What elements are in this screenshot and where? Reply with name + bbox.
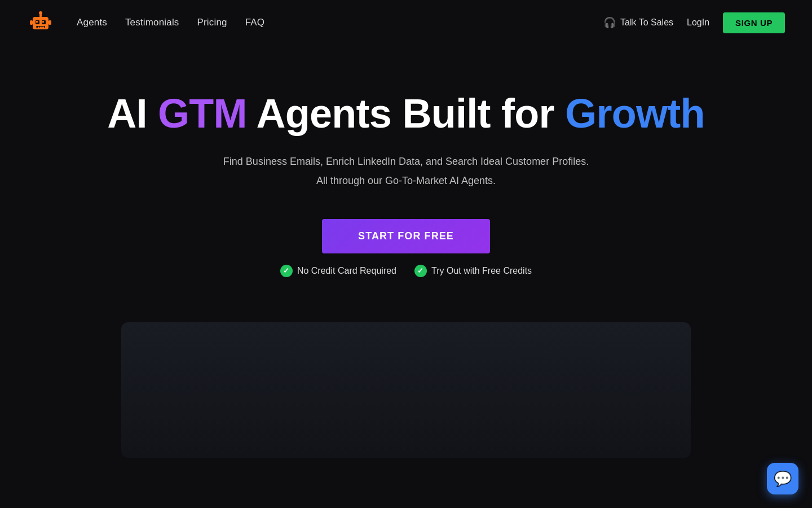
title-agents: Agents Built for [247, 91, 565, 136]
chat-widget[interactable]: 💬 [767, 463, 798, 494]
svg-rect-11 [30, 20, 33, 25]
title-ai: AI [107, 91, 158, 136]
nav-right: 🎧 Talk To Sales LogIn SIGN UP [603, 12, 785, 33]
check-icon-2: ✓ [414, 265, 427, 277]
video-container [0, 300, 812, 458]
testimonials-link[interactable]: Testimonials [125, 17, 179, 28]
talk-to-sales-link[interactable]: 🎧 Talk To Sales [603, 16, 673, 29]
trust-badge-free-credits: ✓ Try Out with Free Credits [414, 265, 532, 277]
nav-links: Agents Testimonials Pricing FAQ [77, 17, 264, 28]
hero-section: AI GTM Agents Built for Growth Find Busi… [0, 45, 812, 300]
nav-left: Agents Testimonials Pricing FAQ [27, 9, 264, 36]
logo-icon [27, 9, 54, 36]
login-link[interactable]: LogIn [687, 17, 709, 28]
title-growth: Growth [565, 91, 705, 136]
hero-title: AI GTM Agents Built for Growth [107, 90, 705, 137]
headphone-icon: 🎧 [603, 16, 616, 29]
signup-button[interactable]: SIGN UP [723, 12, 785, 33]
svg-rect-4 [42, 21, 44, 23]
hero-subtitle: Find Business Emails, Enrich LinkedIn Da… [223, 153, 589, 192]
nav-item-testimonials[interactable]: Testimonials [125, 17, 179, 28]
trust-badges: ✓ No Credit Card Required ✓ Try Out with… [280, 265, 532, 277]
no-credit-card-label: No Credit Card Required [297, 266, 396, 276]
free-credits-label: Try Out with Free Credits [431, 266, 532, 276]
video-section[interactable] [121, 322, 691, 458]
subtitle-line1: Find Business Emails, Enrich LinkedIn Da… [223, 153, 589, 170]
nav-item-pricing[interactable]: Pricing [197, 17, 227, 28]
navbar: Agents Testimonials Pricing FAQ 🎧 Talk T… [0, 0, 812, 45]
video-inner [121, 322, 691, 458]
cta-section: START FOR FREE ✓ No Credit Card Required… [280, 219, 532, 277]
svg-rect-3 [36, 21, 38, 23]
trust-badge-no-cc: ✓ No Credit Card Required [280, 265, 396, 277]
check-icon-1: ✓ [280, 265, 293, 277]
start-for-free-button[interactable]: START FOR FREE [322, 219, 490, 253]
agents-link[interactable]: Agents [77, 17, 107, 28]
svg-rect-6 [38, 27, 39, 28]
svg-rect-7 [40, 27, 42, 28]
title-gtm: GTM [158, 91, 247, 136]
faq-link[interactable]: FAQ [245, 17, 265, 28]
svg-point-10 [39, 11, 42, 15]
logo[interactable] [27, 9, 54, 36]
subtitle-line2: All through our Go-To-Market AI Agents. [223, 172, 589, 190]
svg-rect-8 [42, 27, 44, 28]
talk-to-sales-label: Talk To Sales [620, 17, 673, 28]
svg-rect-12 [48, 20, 51, 25]
pricing-link[interactable]: Pricing [197, 17, 227, 28]
chat-icon: 💬 [774, 470, 792, 488]
nav-item-faq[interactable]: FAQ [245, 17, 265, 28]
nav-item-agents[interactable]: Agents [77, 17, 107, 28]
